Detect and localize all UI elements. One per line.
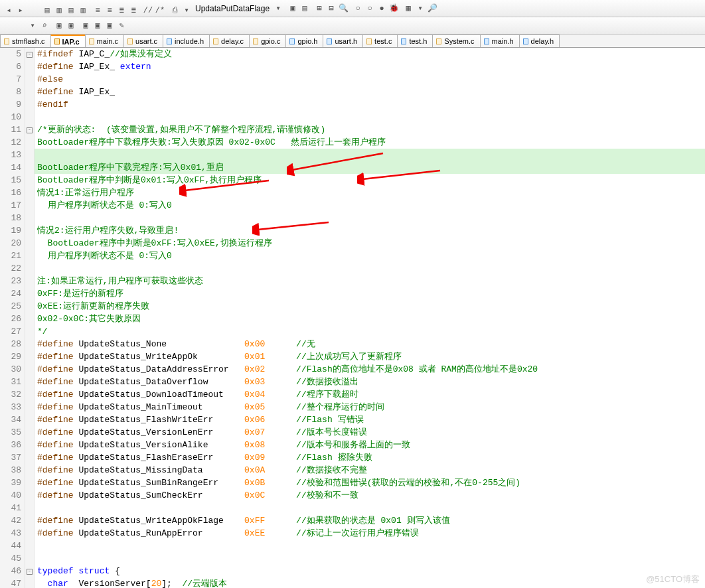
code-text[interactable]: #else [35,73,705,86]
code-text[interactable]: #define UpdateStatus_WriteAppOkFlage 0xF… [35,514,705,527]
toolbar-icon[interactable]: ▥ [77,4,89,16]
toolbar-icon[interactable]: ⌕ [39,20,50,32]
code-text[interactable]: 0xEE:运行新更新的程序失败 [35,300,705,313]
code-line[interactable]: 28#define UpdateStatus_None 0x00 //无 [0,338,705,350]
toolbar-icon[interactable]: ▥ [53,4,65,16]
code-text[interactable]: #define UpdateStatus_VersionAlike 0x08 /… [35,439,705,451]
code-line[interactable]: 17 用户程序判断状态不是 0:写入0 [0,199,705,212]
code-line[interactable]: 43#define UpdateStatus_RunAppError 0xEE … [0,527,705,540]
code-text[interactable]: BootLoader程序中下载程序失败:写入失败原因 0x02-0x0C 然后运… [35,136,705,149]
code-line[interactable]: 5-#ifndef IAP_C_//如果没有定义 [0,48,705,60]
code-line[interactable]: 27*/ [0,325,705,338]
file-tab[interactable]: delay.c [209,35,250,47]
toolbar-icon[interactable]: ≣ [116,4,127,16]
file-tab[interactable]: delay.h [519,35,560,47]
code-line[interactable]: 9#endif [0,98,705,111]
code-line[interactable]: 14BootLoader程序中下载完程序:写入0x01,重启 [0,161,705,174]
code-line[interactable]: 46-typedef struct { [0,565,705,577]
fold-gutter[interactable] [25,363,35,376]
file-tab[interactable]: stmflash.c [0,35,51,47]
toolbar-icon[interactable]: ▣ [92,20,104,32]
code-text[interactable]: #define UpdateStatus_None 0x00 //无 [35,338,705,350]
code-line[interactable]: 21 用户程序判断状态不是 0:写入0 [0,250,705,262]
fold-gutter[interactable] [25,186,35,199]
fold-gutter[interactable] [25,313,35,325]
fold-gutter[interactable] [25,338,35,350]
symbol-dropdown[interactable]: UpdataPutDataFlage [195,4,270,13]
toolbar-icon[interactable]: 🐞 [388,2,400,14]
code-text[interactable]: 情况2:运行用户程序失败,导致重启! [35,224,705,237]
code-line[interactable]: 6#define IAP_Ex_ extern [0,60,705,73]
toolbar-icon[interactable]: ⎙ [169,5,181,17]
toolbar-icon[interactable]: ▸ [15,4,27,16]
code-text[interactable]: #define UpdateStatus_SumBinRangeErr 0x0B… [35,477,705,489]
code-line[interactable]: 31#define UpdateStatus_DataOverflow 0x03… [0,376,705,388]
toolbar-icon[interactable]: ⊟ [325,2,337,14]
fold-gutter[interactable] [25,439,35,451]
toolbar-icon[interactable]: ▣ [287,2,299,14]
code-text[interactable] [35,540,705,552]
fold-gutter[interactable] [25,552,35,565]
fold-gutter[interactable] [25,350,35,363]
file-tab[interactable]: main.h [480,35,520,47]
fold-gutter[interactable] [25,451,35,464]
toolbar-icon[interactable]: ✎ [116,20,127,32]
code-line[interactable]: 16情况1:正常运行用户程序 [0,186,705,199]
fold-gutter[interactable] [25,388,35,401]
file-tab[interactable]: test.c [362,35,398,47]
toolbar-icon[interactable]: ▤ [299,2,311,14]
toolbar-icon[interactable]: ▦ [402,2,414,14]
code-text[interactable]: #define UpdateStatus_MissingData 0x0A //… [35,464,705,477]
code-text[interactable]: char VersionServer[20]; //云端版本 [35,577,705,588]
toolbar-icon[interactable]: ▤ [65,4,77,16]
code-line[interactable]: 45 [0,552,705,565]
code-line[interactable]: 20 BootLoader程序中判断是0xFF:写入0xEE,切换运行程序 [0,237,705,250]
code-line[interactable]: 40#define UpdateStatus_SumCheckErr 0x0C … [0,489,705,502]
fold-gutter[interactable] [25,300,35,313]
toolbar-icon[interactable]: ≡ [92,5,104,17]
code-line[interactable]: 15BootLoader程序中判断是0x01:写入0xFF,执行用户程序 [0,174,705,186]
fold-gutter[interactable] [25,376,35,388]
toolbar-icon[interactable]: ▾ [272,2,284,14]
code-line[interactable]: 23注:如果正常运行,用户程序可获取这些状态 [0,275,705,287]
code-line[interactable]: 18 [0,212,705,224]
code-text[interactable]: 用户程序判断状态不是 0:写入0 [35,250,705,262]
fold-gutter[interactable] [25,237,35,250]
code-text[interactable]: #endif [35,98,705,111]
code-line[interactable]: 47 char VersionServer[20]; //云端版本 [0,577,705,588]
toolbar-icon[interactable]: ▣ [53,20,65,32]
code-line[interactable]: 38#define UpdateStatus_MissingData 0x0A … [0,464,705,477]
code-text[interactable]: 0xFF:是运行的新程序 [35,287,705,300]
code-text[interactable]: 用户程序判断状态不是 0:写入0 [35,199,705,212]
toolbar-icon[interactable]: ○ [352,3,364,15]
fold-gutter[interactable] [25,401,35,413]
code-line[interactable]: 19情况2:运行用户程序失败,导致重启! [0,224,705,237]
toolbar-icon[interactable]: ○ [364,3,376,15]
toolbar-icon[interactable]: ◂ [3,4,15,16]
code-line[interactable]: 39#define UpdateStatus_SumBinRangeErr 0x… [0,477,705,489]
fold-gutter[interactable] [25,325,35,338]
code-text[interactable]: #define UpdateStatus_DataOverflow 0x03 /… [35,376,705,388]
fold-gutter[interactable] [25,174,35,186]
toolbar-icon[interactable]: // [142,5,154,17]
code-line[interactable]: 8#define IAP_Ex_ [0,86,705,98]
code-text[interactable]: #define UpdateStatus_DownloadTimeout 0x0… [35,388,705,401]
fold-gutter[interactable] [25,502,35,514]
toolbar-icon[interactable]: ≡ [104,5,116,17]
toolbar-icon[interactable]: ▣ [104,20,116,32]
code-line[interactable]: 250xEE:运行新更新的程序失败 [0,300,705,313]
code-line[interactable]: 13 [0,149,705,161]
fold-gutter[interactable] [25,540,35,552]
code-line[interactable]: 10 [0,111,705,123]
fold-gutter[interactable]: - [25,48,35,60]
fold-gutter[interactable] [25,73,35,86]
code-line[interactable]: 36#define UpdateStatus_VersionAlike 0x08… [0,439,705,451]
code-text[interactable]: #define UpdateStatus_VersionLenErr 0x07 … [35,426,705,439]
code-text[interactable]: typedef struct { [35,565,705,577]
code-text[interactable]: #define UpdateStatus_RunAppError 0xEE //… [35,527,705,540]
fold-gutter[interactable] [25,489,35,502]
fold-gutter[interactable] [25,577,35,588]
fold-gutter[interactable] [25,98,35,111]
code-text[interactable]: 情况1:正常运行用户程序 [35,186,705,199]
code-line[interactable]: 42#define UpdateStatus_WriteAppOkFlage 0… [0,514,705,527]
